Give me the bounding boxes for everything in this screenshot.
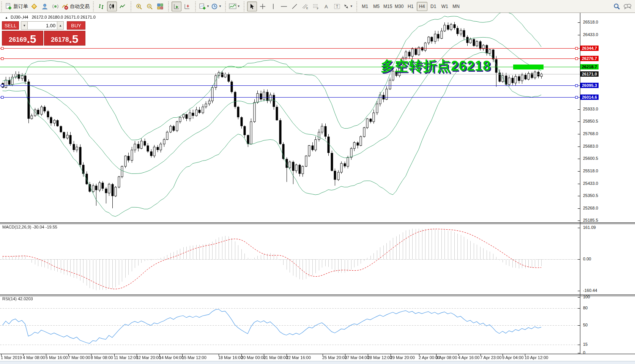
sell-price-main: 26169 <box>9 35 27 45</box>
bar-chart-icon <box>98 3 105 10</box>
price-axis-column[interactable]: 26518.026433.025933.025850.525768.025683… <box>580 13 635 361</box>
x-axis-label: 9 Apr 04:00 <box>502 355 523 360</box>
status-strip <box>0 361 635 364</box>
vertical-line-button[interactable] <box>268 2 278 11</box>
mt4-terminal: { "toolbar": { "new_order_label": "新订单",… <box>0 0 635 364</box>
fibonacci-button[interactable]: F <box>311 2 321 11</box>
symbol-triangle-icon: ▲ <box>5 16 8 19</box>
profile-icon <box>41 3 48 10</box>
timeframe-button-W1[interactable]: W1 <box>440 2 450 11</box>
signals-icon <box>52 3 59 10</box>
price-axis-tick: 26433.0 <box>583 32 598 37</box>
x-axis-label: 25 Mar 20:00 <box>322 355 347 360</box>
chevron-down-icon: ▼ <box>219 5 222 8</box>
timeframe-button-MN[interactable]: MN <box>451 2 462 11</box>
period-icon <box>211 3 218 10</box>
svg-text:T: T <box>336 5 338 9</box>
equidistant-channel-icon: E <box>302 3 309 9</box>
macd-header: MACD(12,26,9) -30.04 -19.55 <box>2 225 57 229</box>
buy-price-main: 26178 <box>51 35 69 45</box>
auto-scroll-button[interactable] <box>172 2 181 11</box>
zoom-in-button[interactable] <box>134 2 144 11</box>
crosshair-button[interactable] <box>258 2 268 11</box>
tile-windows-icon <box>157 3 164 10</box>
sell-price-box[interactable]: 26169 .5 <box>2 31 43 46</box>
new-order-button[interactable]: 新订单 <box>5 2 28 11</box>
timeframe-button-M15[interactable]: M15 <box>383 2 393 11</box>
timeframe-button-M30[interactable]: M30 <box>394 2 405 11</box>
horizontal-line-button[interactable] <box>279 2 289 11</box>
pane-separator[interactable] <box>0 295 635 295</box>
chart-canvas[interactable] <box>0 13 580 361</box>
price-axis-tick: 26518.0 <box>583 20 598 24</box>
rsi-header: RSI(14) 42.0203 <box>2 296 33 301</box>
zoom-in-icon <box>136 3 142 10</box>
auto-trading-label: 自动交易 <box>70 3 90 10</box>
price-axis-tick: 25185.5 <box>583 218 598 222</box>
chat-button[interactable] <box>622 2 632 11</box>
macd-axis-tick: 0.00 <box>583 257 591 261</box>
x-axis-label: 4 Apr 16:00 <box>458 355 479 360</box>
indicators-button[interactable]: ▼ <box>228 2 241 11</box>
arrows-button[interactable]: ▼ <box>343 2 353 11</box>
line-chart-icon <box>119 3 126 10</box>
bar-chart-button[interactable] <box>96 2 106 11</box>
crosshair-icon <box>260 3 266 9</box>
timeframe-button-M5[interactable]: M5 <box>371 2 382 11</box>
fibonacci-icon: F <box>312 3 319 9</box>
cursor-button[interactable] <box>247 2 257 11</box>
auto-trading-button[interactable]: 自动交易 <box>61 2 90 11</box>
timeframe-button-H1[interactable]: H1 <box>405 2 416 11</box>
toolbar-group-trade: 新订单 自动交易 <box>1 2 92 11</box>
rsi-axis-tick: 0 <box>583 350 585 355</box>
arrows-icon <box>343 3 349 9</box>
x-axis-label: 27 Mar 04:00 <box>345 355 369 360</box>
toolbar-group-objects: E F A T ▼ <box>244 2 355 11</box>
line-chart-button[interactable] <box>118 2 128 11</box>
sell-button[interactable]: SELL <box>2 21 19 30</box>
text-button[interactable]: A <box>321 2 331 11</box>
new-order-label: 新订单 <box>13 3 28 10</box>
equidistant-channel-button[interactable]: E <box>300 2 310 11</box>
buy-price-box[interactable]: 26178 .5 <box>44 31 86 46</box>
pane-separator[interactable] <box>0 222 635 223</box>
macd-axis-tick: 161.09 <box>583 225 596 230</box>
volume-input[interactable] <box>28 21 57 30</box>
new-chart-button[interactable]: ▼ <box>199 2 210 11</box>
chart-ohlc-header: ▲ DJ30-,H4 26172.0 26180.0 26171.0 26171… <box>5 15 96 19</box>
green-highlight-bar[interactable] <box>513 65 544 69</box>
text-label-button[interactable]: T <box>332 2 342 11</box>
timeframe-button-M1[interactable]: M1 <box>360 2 370 11</box>
zoom-out-button[interactable] <box>145 2 154 11</box>
price-axis-tick: 25768.0 <box>583 131 598 136</box>
chart-shift-button[interactable] <box>182 2 192 11</box>
period-button[interactable]: ▼ <box>211 2 222 11</box>
price-level-tag: 26171.0 <box>580 71 599 77</box>
signals-button[interactable] <box>50 2 60 11</box>
price-axis-tick: 25268.0 <box>583 206 598 210</box>
search-button[interactable] <box>612 2 622 11</box>
volume-increase-button[interactable]: ▲ <box>57 21 64 30</box>
x-axis-label: 7 Apr 23:00 <box>480 355 501 360</box>
timeframe-button-D1[interactable]: D1 <box>428 2 439 11</box>
buy-button[interactable]: BUY <box>67 21 85 30</box>
tile-windows-button[interactable] <box>155 2 165 11</box>
x-axis-label: 1 Mar 2019 <box>1 355 22 360</box>
rsi-axis-tick: 80 <box>583 306 588 310</box>
profile-button[interactable] <box>40 2 50 11</box>
chevron-down-icon: ▼ <box>206 5 210 8</box>
x-axis-label: 15 Mar 12:00 <box>182 355 206 360</box>
pane-separator[interactable] <box>0 296 635 296</box>
trendline-icon <box>292 3 298 9</box>
pane-separator[interactable] <box>0 224 635 224</box>
price-axis-tick: 25600.5 <box>583 156 598 161</box>
pivot-annotation-text[interactable]: 多空转折点26218 <box>381 57 491 76</box>
timeframe-button-H4[interactable]: H4 <box>417 2 427 11</box>
candlestick-chart-button[interactable] <box>107 2 117 11</box>
horizontal-line-icon <box>280 3 287 9</box>
svg-text:A: A <box>325 4 328 9</box>
volume-decrease-button[interactable]: ▼ <box>21 21 28 30</box>
gold-button[interactable] <box>29 2 39 11</box>
macd-axis-tick: -160.44 <box>583 288 597 293</box>
trendline-button[interactable] <box>290 2 299 11</box>
